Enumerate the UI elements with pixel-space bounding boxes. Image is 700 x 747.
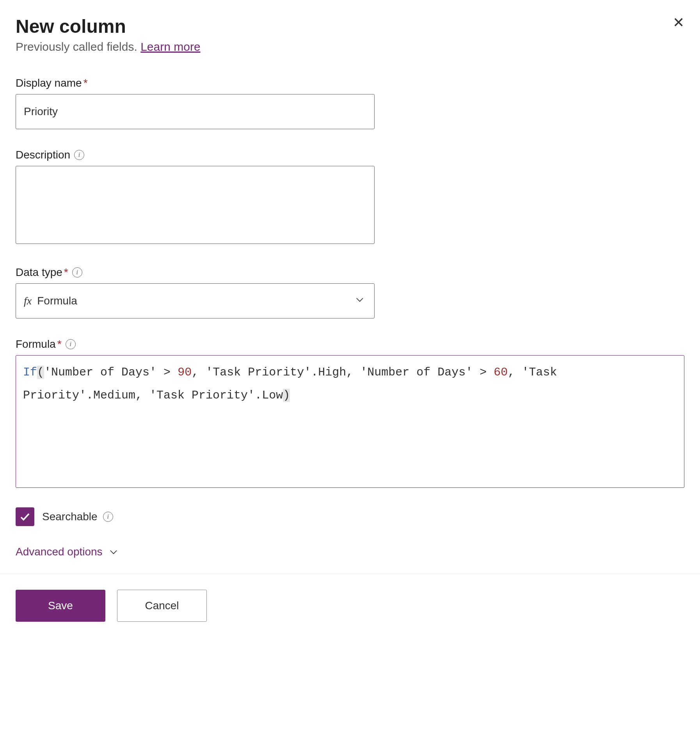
data-type-select[interactable]: fx Formula [16, 283, 375, 318]
panel-title: New column [16, 16, 201, 37]
formula-token: 'Number of Days' [360, 366, 473, 379]
required-indicator: * [64, 266, 68, 278]
data-type-label-text: Data type [16, 266, 62, 278]
formula-token: 'Task Priority'.High [206, 366, 346, 379]
formula-token: ( [37, 366, 44, 379]
description-label: Description i [16, 149, 684, 161]
formula-token: 'Number of Days' [44, 366, 156, 379]
formula-input[interactable]: If('Number of Days' > 90, 'Task Priority… [16, 355, 684, 488]
searchable-label: Searchable [42, 510, 98, 523]
formula-label: Formula* i [16, 338, 684, 350]
formula-token: > [480, 366, 487, 379]
info-icon[interactable]: i [103, 512, 113, 522]
formula-label-text: Formula [16, 338, 56, 350]
display-name-label-text: Display name [16, 77, 82, 89]
panel-subtitle: Previously called fields. Learn more [16, 40, 201, 53]
advanced-options-toggle[interactable]: Advanced options [16, 546, 684, 558]
formula-token: , [508, 366, 515, 379]
formula-token: > [163, 366, 171, 379]
advanced-options-label: Advanced options [16, 546, 103, 558]
divider [0, 574, 700, 574]
required-indicator: * [57, 338, 62, 350]
display-name-label: Display name* [16, 77, 684, 89]
fx-icon: fx [24, 295, 32, 307]
formula-token: ) [283, 389, 290, 402]
searchable-checkbox[interactable] [16, 507, 34, 526]
learn-more-link[interactable]: Learn more [140, 40, 200, 53]
data-type-value: Formula [37, 295, 77, 307]
formula-token: , [346, 366, 353, 379]
required-indicator: * [84, 77, 88, 89]
description-label-text: Description [16, 149, 70, 161]
info-icon[interactable]: i [72, 267, 82, 277]
display-name-input[interactable] [16, 94, 375, 129]
description-input[interactable] [16, 166, 375, 244]
close-icon[interactable]: ✕ [673, 16, 684, 30]
info-icon[interactable]: i [66, 339, 76, 349]
formula-token: , [192, 366, 199, 379]
data-type-label: Data type* i [16, 266, 684, 279]
info-icon[interactable]: i [74, 150, 84, 160]
save-button[interactable]: Save [16, 590, 105, 622]
formula-token: 'Task Priority'.Low [149, 389, 283, 402]
formula-token: , [135, 389, 142, 402]
formula-token: 90 [178, 366, 192, 379]
cancel-button[interactable]: Cancel [117, 590, 207, 622]
subtitle-text: Previously called fields. [16, 40, 140, 53]
chevron-down-icon [108, 546, 119, 557]
formula-token: 60 [494, 366, 508, 379]
formula-token: If [23, 366, 37, 379]
